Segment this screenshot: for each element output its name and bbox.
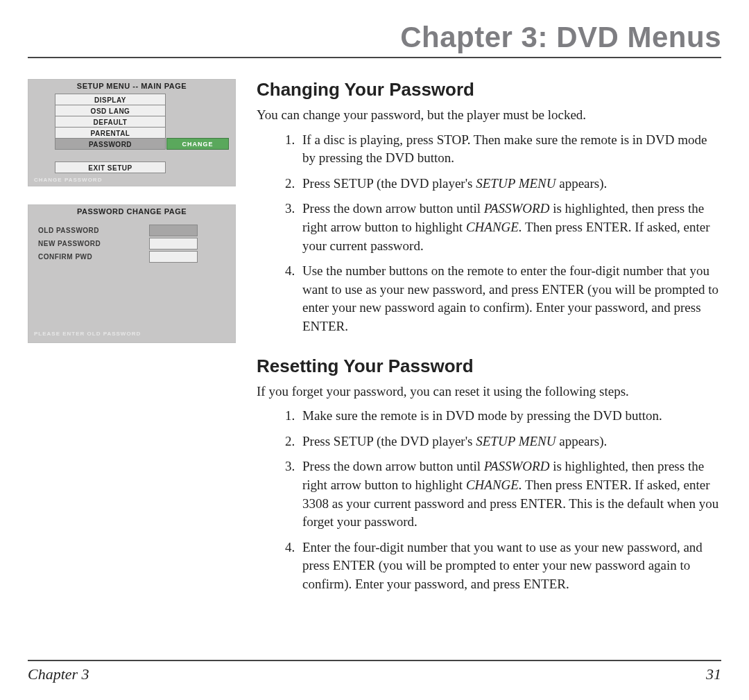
menu-item: DISPLAY (55, 94, 166, 105)
menu-item: PARENTAL (55, 127, 166, 139)
submenu-change: CHANGE (166, 138, 229, 150)
pw-label: NEW PASSWORD (38, 240, 149, 247)
step: Make sure the remote is in DVD mode by p… (298, 407, 721, 426)
footer-chapter: Chapter 3 (28, 665, 89, 683)
pw-row-new: NEW PASSWORD (38, 238, 225, 250)
step: Press the down arrow button until PASSWO… (298, 457, 721, 531)
section2-heading: Resetting Your Password (257, 356, 721, 377)
chapter-title: Chapter 3: DVD Menus (28, 21, 721, 58)
pw-input-confirm (149, 251, 198, 263)
section1-heading: Changing Your Password (257, 79, 721, 100)
pw-row-confirm: CONFIRM PWD (38, 251, 225, 263)
menu-item-label: PASSWORD (89, 141, 132, 148)
step: Press SETUP (the DVD player's SETUP MENU… (298, 175, 721, 193)
figures-column: SETUP MENU -- MAIN PAGE DISPLAY OSD LANG… (28, 79, 236, 613)
pw-input-new (149, 238, 198, 250)
figure1-title: SETUP MENU -- MAIN PAGE (28, 80, 235, 94)
figure1-footer: CHANGE PASSWORD (28, 173, 235, 186)
section2-lead: If you forget your password, you can res… (257, 383, 721, 401)
footer-page-number: 31 (706, 665, 721, 683)
pw-input-old (149, 225, 198, 236)
menu-item: OSD LANG (55, 105, 166, 116)
section2-steps: Make sure the remote is in DVD mode by p… (257, 407, 721, 593)
step: Use the number buttons on the remote to … (298, 262, 721, 335)
text-column: Changing Your Password You can change yo… (257, 79, 721, 613)
pw-label: OLD PASSWORD (38, 227, 149, 234)
step: Press the down arrow button until PASSWO… (298, 200, 721, 255)
step: Enter the four-digit number that you wan… (298, 539, 721, 594)
pw-label: CONFIRM PWD (38, 253, 149, 261)
menu-item-password: PASSWORD CHANGE (55, 138, 166, 150)
page-footer: Chapter 3 31 (28, 660, 721, 683)
menu-item: DEFAULT (55, 116, 166, 128)
section1-lead: You can change your password, but the pl… (257, 106, 721, 124)
menu-item-exit: EXIT SETUP (55, 161, 166, 173)
figure-setup-menu: SETUP MENU -- MAIN PAGE DISPLAY OSD LANG… (28, 79, 236, 186)
step: If a disc is playing, press STOP. Then m… (298, 131, 721, 168)
section1-steps: If a disc is playing, press STOP. Then m… (257, 131, 721, 336)
figure2-title: PASSWORD CHANGE PAGE (28, 205, 235, 219)
figure2-footer: PLEASE ENTER OLD PASSWORD (28, 326, 146, 340)
pw-row-old: OLD PASSWORD (38, 225, 225, 236)
step: Press SETUP (the DVD player's SETUP MENU… (298, 432, 721, 451)
figure-password-change: PASSWORD CHANGE PAGE OLD PASSWORD NEW PA… (28, 204, 236, 343)
